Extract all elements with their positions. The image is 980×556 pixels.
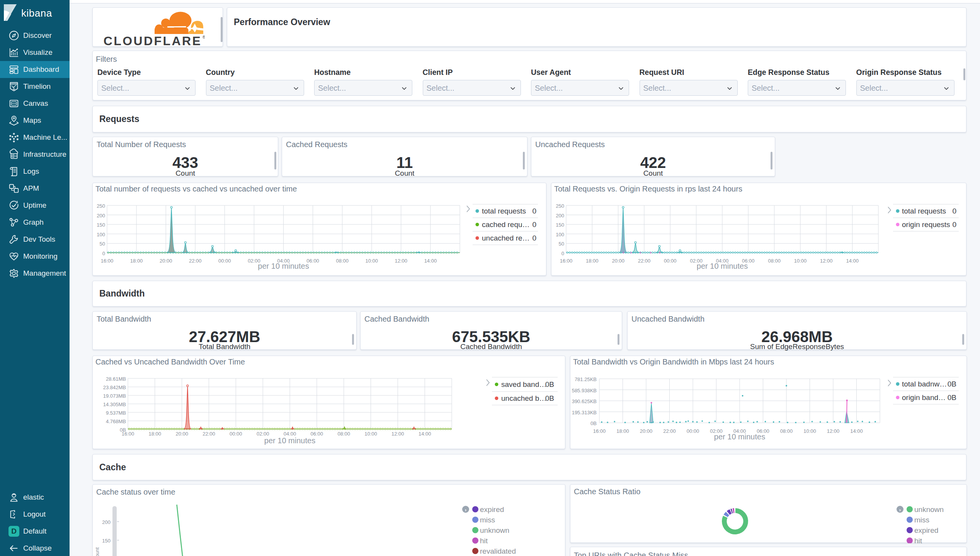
svg-text:250: 250 [556, 203, 564, 209]
svg-text:total requests: total requests [482, 207, 526, 215]
svg-text:total requests: total requests [902, 207, 946, 215]
svg-text:expired: expired [914, 526, 938, 534]
svg-text:00:00: 00:00 [218, 258, 231, 264]
svg-text:20:00: 20:00 [160, 258, 172, 264]
svg-text:0: 0 [532, 207, 536, 215]
svg-text:CLOUDFLARE: CLOUDFLARE [104, 34, 202, 48]
svg-text:10:00: 10:00 [794, 258, 807, 264]
svg-text:16:00: 16:00 [593, 428, 606, 434]
svg-text:195.313KB: 195.313KB [572, 410, 597, 415]
svg-text:0: 0 [102, 251, 105, 256]
svg-text:22:00: 22:00 [202, 431, 215, 437]
svg-text:0B: 0B [545, 380, 554, 388]
svg-text:0B: 0B [948, 393, 956, 402]
svg-text:0: 0 [952, 220, 956, 229]
svg-text:0: 0 [952, 207, 956, 215]
svg-text:Count: Count [94, 547, 100, 556]
svg-text:origin requests: origin requests [902, 220, 950, 229]
svg-text:10:00: 10:00 [364, 431, 377, 437]
svg-text:saved band…: saved band… [501, 380, 546, 388]
svg-text:›: › [465, 507, 466, 513]
svg-text:18:00: 18:00 [149, 431, 162, 437]
svg-text:200: 200 [102, 519, 111, 525]
svg-text:per 10 minutes: per 10 minutes [714, 432, 765, 441]
svg-text:uncached b…: uncached b… [501, 394, 546, 402]
svg-text:20:00: 20:00 [612, 258, 624, 264]
svg-text:0B: 0B [545, 394, 554, 402]
svg-text:150: 150 [97, 222, 105, 228]
svg-text:00:00: 00:00 [664, 258, 677, 264]
svg-text:10:00: 10:00 [803, 428, 816, 434]
svg-text:781.25KB: 781.25KB [575, 376, 597, 382]
svg-text:16:00: 16:00 [101, 258, 114, 264]
svg-text:00:00: 00:00 [687, 428, 699, 434]
svg-text:250: 250 [97, 203, 105, 209]
svg-text:100: 100 [556, 232, 564, 237]
svg-text:14:00: 14:00 [846, 258, 859, 264]
svg-text:0: 0 [532, 234, 536, 242]
svg-text:12:00: 12:00 [395, 258, 408, 264]
svg-text:50: 50 [559, 241, 564, 247]
svg-text:390.625KB: 390.625KB [572, 398, 597, 404]
svg-text:04:00: 04:00 [284, 431, 296, 437]
svg-text:585.938KB: 585.938KB [572, 388, 597, 393]
svg-text:12:00: 12:00 [827, 428, 840, 434]
svg-text:per 10 minutes: per 10 minutes [264, 436, 315, 445]
svg-text:14:00: 14:00 [850, 428, 863, 434]
svg-text:miss: miss [914, 516, 929, 524]
svg-text:miss: miss [480, 516, 495, 524]
svg-text:per 10 minutes: per 10 minutes [258, 262, 309, 270]
svg-text:12:00: 12:00 [391, 431, 404, 437]
svg-text:16:00: 16:00 [560, 258, 573, 264]
svg-text:18:00: 18:00 [586, 258, 599, 264]
svg-text:hit: hit [480, 537, 488, 545]
svg-text:28.61MB: 28.61MB [106, 376, 126, 382]
svg-text:02:00: 02:00 [257, 431, 269, 437]
svg-text:50: 50 [100, 241, 105, 247]
svg-text:20:00: 20:00 [640, 428, 653, 434]
svg-text:›: › [899, 507, 901, 513]
svg-text:unknown: unknown [480, 526, 509, 534]
svg-text:4.768MB: 4.768MB [106, 419, 126, 424]
svg-text:14:00: 14:00 [419, 431, 431, 437]
svg-text:cached requ…: cached requ… [482, 220, 530, 229]
svg-text:22:00: 22:00 [189, 258, 202, 264]
svg-text:revalidated: revalidated [480, 547, 516, 555]
svg-text:150: 150 [556, 222, 564, 228]
svg-text:14:00: 14:00 [424, 258, 437, 264]
svg-text:uncached re…: uncached re… [482, 234, 530, 242]
svg-text:per 10 minutes: per 10 minutes [697, 262, 748, 270]
svg-text:08:00: 08:00 [768, 258, 781, 264]
svg-text:total badnw…: total badnw… [902, 380, 947, 388]
svg-text:08:00: 08:00 [780, 428, 793, 434]
svg-text:origin band…: origin band… [902, 393, 946, 402]
svg-text:16:00: 16:00 [122, 431, 134, 437]
svg-text:0B: 0B [590, 420, 597, 426]
svg-text:10:00: 10:00 [366, 258, 378, 264]
svg-text:200: 200 [97, 213, 105, 219]
svg-text:12:00: 12:00 [820, 258, 833, 264]
svg-text:19.073MB: 19.073MB [103, 393, 126, 399]
svg-text:18:00: 18:00 [616, 428, 629, 434]
svg-text:100: 100 [97, 232, 105, 237]
svg-text:0B: 0B [948, 380, 956, 388]
svg-text:expired: expired [480, 505, 504, 514]
svg-text:unknown: unknown [914, 505, 944, 514]
svg-text:0: 0 [532, 220, 536, 229]
svg-text:14.305MB: 14.305MB [103, 402, 126, 407]
svg-text:08:00: 08:00 [336, 258, 349, 264]
svg-text:150: 150 [102, 538, 111, 544]
svg-text:0: 0 [561, 251, 564, 256]
svg-text:06:00: 06:00 [311, 431, 323, 437]
svg-text:18:00: 18:00 [130, 258, 143, 264]
svg-text:9.537MB: 9.537MB [106, 410, 126, 416]
svg-text:22:00: 22:00 [638, 258, 651, 264]
svg-text:200: 200 [556, 213, 564, 219]
svg-text:23.842MB: 23.842MB [103, 385, 126, 390]
svg-text:®: ® [202, 35, 205, 39]
svg-text:22:00: 22:00 [663, 428, 676, 434]
svg-text:20:00: 20:00 [175, 431, 188, 437]
svg-text:00:00: 00:00 [230, 431, 242, 437]
svg-text:08:00: 08:00 [337, 431, 350, 437]
svg-text:hit: hit [914, 537, 922, 543]
